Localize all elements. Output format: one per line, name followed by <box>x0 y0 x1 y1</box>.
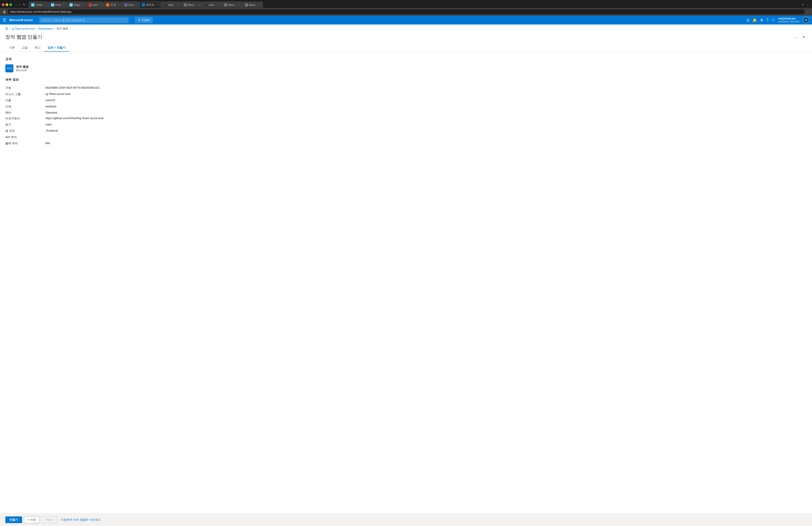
maximize-traffic-light[interactable] <box>9 3 12 6</box>
tab-close-icon[interactable]: × <box>218 3 219 6</box>
detail-label-sku: SKU <box>5 111 45 114</box>
tab-favicon <box>245 3 248 6</box>
close-button[interactable]: × <box>801 34 807 40</box>
detail-row-name: 이름 nanuri2 <box>5 97 807 104</box>
help-icon[interactable]: ? <box>766 18 768 22</box>
tab-close-icon[interactable]: × <box>100 3 101 6</box>
detail-value-repo: https://github.com/4rNe5/hg-Team-azure-l… <box>45 117 104 120</box>
nav-buttons: ‹ › ↻ <box>15 2 27 7</box>
tab-close-icon[interactable]: × <box>118 3 119 6</box>
detail-value-subscription: bfa39d86-1058-4824-8074-e9d283d6c321 <box>45 86 100 89</box>
detail-row-sku: SKU Standard <box>5 110 807 115</box>
user-info: me@4rne5.dev HACKERS GROUND <box>778 17 799 23</box>
browser-tab-github1[interactable]: 4rNe... × <box>161 2 181 8</box>
next-button[interactable]: 다음 > <box>41 516 57 523</box>
new-tab-button[interactable]: + <box>801 2 805 7</box>
tab-label: Prete <box>55 3 61 6</box>
bottom-toolbar: 만들기 < 이전 다음 > 자동화에 대한 템플릿 다운로드 <box>0 513 812 524</box>
browser-tab-azure[interactable]: 정적 S... × <box>140 2 161 8</box>
product-icon: <//> <box>5 64 13 72</box>
browser-chrome: ‹ › ↻ | Reac × Prete × React × npm <box>0 0 812 16</box>
detail-section-title: 세부 정보 <box>5 78 807 82</box>
tab-close-icon[interactable]: × <box>82 3 84 6</box>
detail-label-name: 이름 <box>5 99 45 102</box>
reload-button[interactable]: ↻ <box>22 2 27 7</box>
azure-topbar: ☰ Microsoft Azure ✦ Copilot ⊡ 🔔 ⚙ ? ☺ me… <box>0 16 812 25</box>
browser-tab-react2[interactable]: React × <box>67 2 86 8</box>
download-template-button[interactable]: 자동화에 대한 템플릿 다운로드 <box>59 516 103 523</box>
tab-close-icon[interactable]: × <box>259 3 261 6</box>
copilot-button[interactable]: ✦ Copilot <box>135 17 152 23</box>
detail-value-name: nanuri2 <box>45 99 55 102</box>
detail-label-branch: 분기 <box>5 123 45 127</box>
tab-label: 4rNe... <box>168 3 175 6</box>
bookmark-icon[interactable]: ☆ <box>807 10 809 14</box>
portal-icon[interactable]: ⊡ <box>746 18 749 22</box>
browser-tabs-bar: ‹ › ↻ | Reac × Prete × React × npm <box>0 0 812 8</box>
browser-tab-github2[interactable]: Auth... × <box>202 2 222 8</box>
user-org: HACKERS GROUND <box>778 20 799 23</box>
tab-close-icon[interactable]: × <box>135 3 137 6</box>
browser-tab-mk[interactable]: How × <box>122 2 139 8</box>
breadcrumb-marketplace[interactable]: Marketplace <box>38 27 53 30</box>
close-traffic-light[interactable] <box>2 3 4 6</box>
tab-close-icon[interactable]: × <box>45 3 46 6</box>
detail-label-output-location: 출력 위치 <box>5 141 45 146</box>
tab-menu-button[interactable]: ⌄ <box>806 2 810 7</box>
detail-value-region: eastasia <box>45 105 56 108</box>
detail-label-repo: 리포지토리 <box>5 117 45 120</box>
more-options-button[interactable]: ... <box>793 34 799 40</box>
breadcrumb-sep-2: › <box>36 27 37 30</box>
detail-value-output-location: dist <box>45 141 50 145</box>
tab-close-icon[interactable]: × <box>198 3 200 6</box>
tab-close-icon[interactable]: × <box>157 3 159 6</box>
tab-favicon <box>184 3 187 6</box>
minimize-traffic-light[interactable] <box>5 3 8 6</box>
tab-label: How <box>129 3 133 6</box>
detail-label-api-location: API 위치 <box>5 135 45 139</box>
product-icon-text: <//> <box>7 66 12 70</box>
browser-tab-npm[interactable]: npm × <box>86 2 103 8</box>
browser-tab-fire[interactable]: 새 탭 × <box>104 2 122 8</box>
create-button[interactable]: 만들기 <box>5 516 22 523</box>
tab-tags[interactable]: 태그 <box>31 44 44 52</box>
tab-close-icon[interactable]: × <box>238 3 240 6</box>
tab-label: Micro... <box>249 3 257 6</box>
tab-basic[interactable]: 기본 <box>5 44 18 52</box>
tab-list: | Reac × Prete × React × npm × 새 탭 × <box>29 2 800 8</box>
product-card: <//> 정적 웹앱 Microsoft <box>5 64 807 72</box>
tab-favicon <box>31 3 34 6</box>
tab-favicon <box>224 3 227 6</box>
tab-favicon <box>142 3 145 6</box>
prev-button[interactable]: < 이전 <box>24 516 40 523</box>
browser-tab-ms2[interactable]: Micro... × <box>222 2 242 8</box>
detail-row-subscription: 구독 bfa39d86-1058-4824-8074-e9d283d6c321 <box>5 85 807 91</box>
browser-tab-prete[interactable]: Prete × <box>48 2 67 8</box>
browser-tab-ms1[interactable]: Micro... × <box>182 2 202 8</box>
tab-close-icon[interactable]: × <box>63 3 64 6</box>
address-input[interactable] <box>8 9 804 14</box>
settings-icon[interactable]: ⚙ <box>760 18 763 22</box>
page-header: 정적 웹앱 만들기 ... × <box>0 32 812 44</box>
browser-tab-react1[interactable]: | Reac × <box>29 2 48 8</box>
tab-review[interactable]: 검토 + 만들기 <box>44 44 69 52</box>
breadcrumb-resource-group[interactable]: rg-Team-azure-love <box>12 27 35 30</box>
breadcrumb-home[interactable]: 홈 <box>5 27 8 30</box>
tab-label: 새 탭 <box>110 3 116 6</box>
detail-row-app-location: 앱 위치 ./frontend <box>5 128 807 134</box>
tab-close-icon[interactable]: × <box>177 3 179 6</box>
forward-button[interactable]: › <box>18 2 21 7</box>
back-button[interactable]: ‹ <box>15 2 18 7</box>
notifications-icon[interactable]: 🔔 <box>753 18 757 22</box>
feedback-icon[interactable]: ☺ <box>771 18 775 22</box>
tab-favicon <box>106 3 109 6</box>
detail-label-region: 지역 <box>5 105 45 109</box>
tab-advanced[interactable]: 고급 <box>18 44 31 52</box>
azure-search-input[interactable] <box>40 17 129 23</box>
hamburger-menu-icon[interactable]: ☰ <box>3 18 6 22</box>
tab-favicon <box>205 3 208 6</box>
tab-favicon <box>164 3 167 6</box>
detail-value-app-location: ./frontend <box>45 129 58 132</box>
user-avatar[interactable]: M <box>803 17 809 24</box>
browser-tab-ms3[interactable]: Micro... × <box>243 2 263 8</box>
